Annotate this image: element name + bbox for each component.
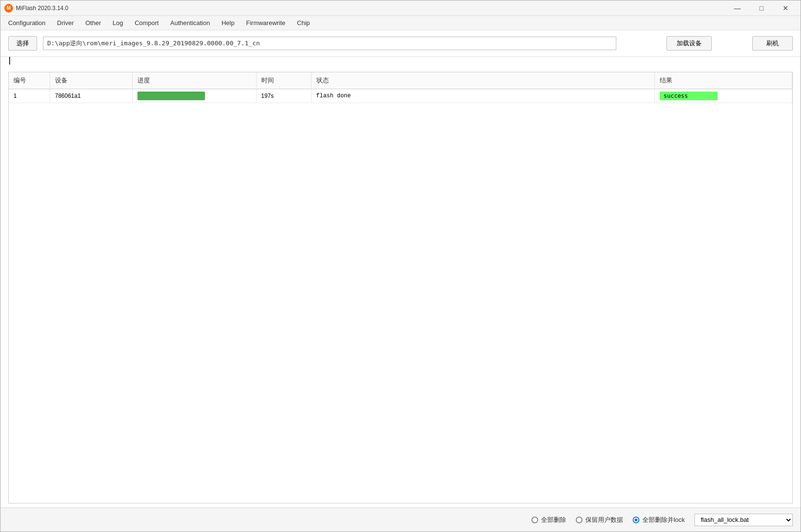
- menu-chip[interactable]: Chip: [291, 17, 316, 28]
- option-keep-user[interactable]: 保留用户数据: [576, 516, 623, 524]
- cursor-indicator: [9, 57, 10, 65]
- col-header-time: 时间: [256, 72, 311, 89]
- app-icon: M: [4, 4, 13, 13]
- flash-button[interactable]: 刷机: [752, 36, 793, 51]
- flash-script-dropdown[interactable]: flash_all_lock.batflash_all.batflash_all…: [694, 514, 793, 526]
- menu-firmwarewrite[interactable]: Firmwarewrite: [240, 17, 291, 28]
- menu-log[interactable]: Log: [107, 17, 129, 28]
- cell-result: success: [655, 89, 792, 103]
- cell-device: 786061a1: [50, 89, 133, 103]
- radio-delete-all[interactable]: [531, 517, 538, 523]
- radio-delete-all-lock[interactable]: [633, 517, 639, 523]
- col-header-progress: 进度: [133, 72, 257, 89]
- col-header-no: 编号: [9, 72, 50, 89]
- cell-no: 1: [9, 89, 50, 103]
- col-header-device: 设备: [50, 72, 133, 89]
- menu-other[interactable]: Other: [80, 17, 107, 28]
- app-window: M MiFlash 2020.3.14.0 — □ ✕ Configuratio…: [0, 0, 801, 532]
- load-device-button[interactable]: 加载设备: [666, 36, 712, 51]
- window-controls: — □ ✕: [726, 0, 797, 16]
- option-delete-all-lock[interactable]: 全部删除并lock: [633, 516, 685, 524]
- progress-area: [0, 57, 801, 68]
- col-header-result: 结果: [655, 72, 792, 89]
- menu-help[interactable]: Help: [216, 17, 240, 28]
- table-row: 1786061a1197sflash donesuccess: [9, 89, 792, 103]
- footer: 全部删除 保留用户数据 全部删除并lock flash_all_lock.bat…: [0, 507, 801, 532]
- maximize-button[interactable]: □: [750, 0, 773, 16]
- option-delete-all[interactable]: 全部删除: [531, 516, 566, 524]
- menu-bar: Configuration Driver Other Log Comport A…: [0, 16, 801, 30]
- close-button[interactable]: ✕: [774, 0, 797, 16]
- device-table-container: 编号 设备 进度 时间 状态 结果 1786061a1197sflash don…: [8, 72, 793, 504]
- app-title: MiFlash 2020.3.14.0: [16, 5, 726, 12]
- table-header-row: 编号 设备 进度 时间 状态 结果: [9, 72, 792, 89]
- flash-options: 全部删除 保留用户数据 全部删除并lock: [531, 516, 685, 524]
- select-button[interactable]: 选择: [8, 36, 37, 51]
- menu-authentication[interactable]: Authentication: [164, 17, 216, 28]
- cell-status: flash done: [311, 89, 655, 103]
- radio-keep-user[interactable]: [576, 517, 583, 523]
- menu-driver[interactable]: Driver: [51, 17, 80, 28]
- path-input[interactable]: [43, 37, 616, 50]
- option-keep-user-label: 保留用户数据: [585, 516, 623, 524]
- col-header-status: 状态: [311, 72, 655, 89]
- toolbar: 选择 加载设备 刷机: [0, 30, 801, 57]
- device-table: 编号 设备 进度 时间 状态 结果 1786061a1197sflash don…: [9, 72, 792, 103]
- title-bar: M MiFlash 2020.3.14.0 — □ ✕: [0, 0, 801, 16]
- cell-progress: [133, 89, 257, 103]
- cell-time: 197s: [256, 89, 311, 103]
- option-delete-all-label: 全部删除: [541, 516, 566, 524]
- minimize-button[interactable]: —: [726, 0, 748, 16]
- result-badge: success: [660, 92, 718, 100]
- menu-configuration[interactable]: Configuration: [2, 17, 51, 28]
- menu-comport[interactable]: Comport: [129, 17, 164, 28]
- option-delete-all-lock-label: 全部删除并lock: [642, 516, 685, 524]
- progress-bar: [137, 92, 205, 100]
